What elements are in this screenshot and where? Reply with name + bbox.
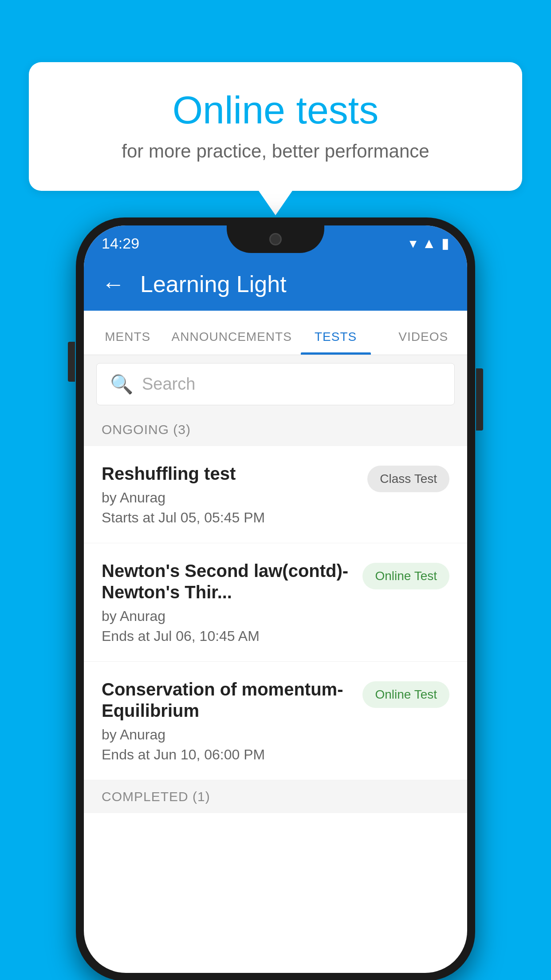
- test-time-1: Starts at Jul 05, 05:45 PM: [102, 510, 358, 526]
- phone-mockup: 14:29 ▾ ▲ ▮ ← Learning Light MENTS ANNOU…: [76, 217, 475, 980]
- test-name-1: Reshuffling test: [102, 463, 358, 484]
- search-input[interactable]: Search: [142, 375, 195, 394]
- test-badge-1: Class Test: [367, 466, 449, 492]
- tab-ments[interactable]: MENTS: [84, 330, 172, 355]
- test-by-2: by Anurag: [102, 608, 354, 624]
- phone-outer: 14:29 ▾ ▲ ▮ ← Learning Light MENTS ANNOU…: [76, 217, 475, 980]
- test-name-3: Conservation of momentum-Equilibrium: [102, 679, 354, 721]
- status-icons: ▾ ▲ ▮: [409, 235, 449, 252]
- status-time: 14:29: [102, 235, 139, 252]
- test-item-content-3: Conservation of momentum-Equilibrium by …: [102, 679, 362, 763]
- speech-bubble: Online tests for more practice, better p…: [29, 62, 522, 191]
- test-badge-3: Online Test: [362, 681, 449, 708]
- completed-section-header: COMPLETED (1): [84, 780, 467, 813]
- search-icon: 🔍: [110, 373, 133, 395]
- camera: [269, 233, 282, 245]
- phone-inner: 14:29 ▾ ▲ ▮ ← Learning Light MENTS ANNOU…: [84, 225, 467, 973]
- test-item-2[interactable]: Newton's Second law(contd)-Newton's Thir…: [84, 543, 467, 662]
- test-time-3: Ends at Jun 10, 06:00 PM: [102, 747, 354, 763]
- test-item-3[interactable]: Conservation of momentum-Equilibrium by …: [84, 662, 467, 780]
- search-container: 🔍 Search: [84, 355, 467, 413]
- tab-tests[interactable]: TESTS: [292, 330, 380, 355]
- test-badge-2: Online Test: [362, 563, 449, 589]
- test-name-2: Newton's Second law(contd)-Newton's Thir…: [102, 560, 354, 603]
- test-by-3: by Anurag: [102, 727, 354, 743]
- app-bar: ← Learning Light: [84, 257, 467, 311]
- test-by-1: by Anurag: [102, 490, 358, 506]
- tab-videos[interactable]: VIDEOS: [379, 330, 467, 355]
- test-time-2: Ends at Jul 06, 10:45 AM: [102, 628, 354, 644]
- test-item-content-1: Reshuffling test by Anurag Starts at Jul…: [102, 463, 367, 526]
- back-button[interactable]: ←: [102, 271, 125, 297]
- tabs-bar: MENTS ANNOUNCEMENTS TESTS VIDEOS: [84, 311, 467, 355]
- test-item-1[interactable]: Reshuffling test by Anurag Starts at Jul…: [84, 446, 467, 543]
- ongoing-section-header: ONGOING (3): [84, 413, 467, 446]
- bubble-title: Online tests: [64, 89, 487, 132]
- signal-icon: ▲: [422, 235, 436, 252]
- tab-announcements[interactable]: ANNOUNCEMENTS: [172, 330, 292, 355]
- test-list: Reshuffling test by Anurag Starts at Jul…: [84, 446, 467, 780]
- test-item-content-2: Newton's Second law(contd)-Newton's Thir…: [102, 560, 362, 644]
- bubble-subtitle: for more practice, better performance: [64, 141, 487, 162]
- search-box[interactable]: 🔍 Search: [96, 363, 455, 405]
- app-title: Learning Light: [140, 271, 287, 297]
- speech-bubble-container: Online tests for more practice, better p…: [29, 62, 522, 191]
- wifi-icon: ▾: [409, 235, 417, 252]
- battery-icon: ▮: [441, 235, 449, 252]
- phone-notch: [227, 225, 324, 253]
